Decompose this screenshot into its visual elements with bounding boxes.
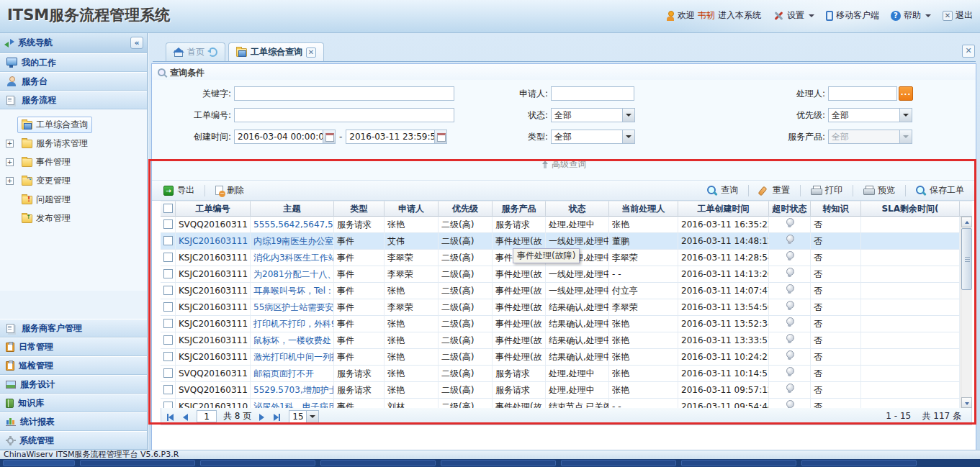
- row-checkbox[interactable]: [163, 385, 173, 394]
- subject-link[interactable]: 为2081分配二十八、: [251, 266, 334, 283]
- column-header-2[interactable]: 类型: [334, 201, 385, 217]
- tab-order-query[interactable]: 工单综合查询 ✕: [228, 42, 324, 61]
- sidebar-item-bottom-2[interactable]: 巡检管理: [0, 356, 147, 375]
- scroll-down-button[interactable]: [961, 397, 972, 408]
- taskbar-button[interactable]: [681, 460, 796, 466]
- row-checkbox[interactable]: [163, 286, 173, 295]
- column-header-3[interactable]: 申请人: [385, 201, 439, 217]
- taskbar-button[interactable]: [801, 460, 917, 466]
- grid-row[interactable]: KSJC201603111鼠标坏，一楼收费处事件张艳二级(高)事件处理(故结果确…: [161, 332, 960, 349]
- grid-row[interactable]: SVQQ201603115555,5642,5647,56服务请求张艳二级(高)…: [161, 217, 960, 233]
- row-checkbox[interactable]: [163, 402, 173, 408]
- delete-button[interactable]: 删除: [210, 182, 250, 199]
- chevron-down-icon[interactable]: [622, 109, 634, 122]
- reset-button[interactable]: 重置: [753, 182, 796, 199]
- taskbar-button[interactable]: [561, 460, 676, 466]
- sidebar-tree-item-2[interactable]: +事件管理: [0, 153, 147, 171]
- expand-icon[interactable]: +: [6, 140, 14, 148]
- row-checkbox[interactable]: [163, 368, 173, 378]
- chevron-down-icon[interactable]: [899, 109, 912, 122]
- settings-menu-button[interactable]: 设置: [773, 9, 814, 22]
- save-order-button[interactable]: 保存工单: [910, 182, 970, 199]
- taskbar-start[interactable]: [3, 460, 75, 466]
- row-checkbox[interactable]: [163, 253, 173, 262]
- column-header-1[interactable]: 主题: [251, 201, 334, 217]
- sidebar-tree-item-5[interactable]: 发布管理: [0, 209, 147, 227]
- select-all-checkbox[interactable]: [163, 204, 173, 213]
- subject-link[interactable]: 5555,5642,5647,56: [251, 217, 334, 233]
- subject-link[interactable]: 邮箱页面打不开: [251, 366, 334, 382]
- row-checkbox[interactable]: [163, 352, 173, 361]
- grid-row[interactable]: SVQQ201603115529.5703,增加护士服务请求张艳二级(高)服务请…: [161, 382, 960, 399]
- row-checkbox[interactable]: [163, 319, 173, 328]
- subject-link[interactable]: 5529.5703,增加护士: [251, 382, 334, 399]
- column-header-7[interactable]: 当前处理人: [609, 201, 678, 217]
- column-header-5[interactable]: 服务产品: [493, 201, 546, 217]
- sidebar-tree-item-3[interactable]: +变更管理: [0, 171, 147, 190]
- sidebar-item-bottom-4[interactable]: 知识库: [0, 394, 147, 412]
- sidebar-item-top-1[interactable]: 服务台: [0, 72, 147, 91]
- handler-picker-button[interactable]: ...: [899, 86, 913, 101]
- next-page-button[interactable]: [255, 411, 268, 422]
- sidebar-item-top-0[interactable]: 我的工作: [0, 53, 147, 72]
- grid-row[interactable]: KSJC20160311155病区护士站需要安装事件李翠荣二级(高)事件处理(故…: [161, 299, 960, 316]
- taskbar-button[interactable]: [320, 460, 436, 466]
- expand-icon[interactable]: +: [6, 177, 14, 185]
- row-checkbox[interactable]: [163, 335, 173, 345]
- created-from-field[interactable]: 2016-03-04 00:00:00: [234, 130, 336, 144]
- tab-home[interactable]: 首页: [166, 42, 225, 61]
- subject-link[interactable]: 内综19南医生办公室: [251, 233, 334, 250]
- sidebar-tree-item-0[interactable]: 工单综合查询: [0, 115, 147, 134]
- subject-link[interactable]: 耳鼻喉叫号坏，Tel：: [251, 283, 334, 299]
- column-header-11[interactable]: SLA剩余时间(: [861, 201, 960, 217]
- taskbar-button[interactable]: [441, 460, 556, 466]
- handler-input[interactable]: [828, 86, 897, 101]
- scrollbar-thumb[interactable]: [961, 228, 972, 290]
- order-no-input[interactable]: [234, 108, 454, 122]
- panel-close-button[interactable]: ✕: [962, 45, 975, 58]
- taskbar-button[interactable]: [200, 460, 315, 466]
- taskbar-button[interactable]: [80, 460, 195, 466]
- calendar-icon[interactable]: [434, 130, 446, 143]
- sidebar-item-bottom-1[interactable]: 日常管理: [0, 337, 147, 356]
- chevron-down-icon[interactable]: [306, 411, 318, 422]
- advanced-query-link[interactable]: 高级查询: [541, 158, 586, 171]
- calendar-icon[interactable]: [323, 130, 335, 143]
- scroll-up-button[interactable]: [961, 217, 972, 227]
- row-checkbox[interactable]: [163, 269, 173, 278]
- applicant-input[interactable]: [551, 86, 634, 101]
- last-page-button[interactable]: [269, 411, 282, 422]
- page-size-select[interactable]: 15: [289, 410, 319, 423]
- column-header-0[interactable]: 工单编号: [176, 201, 251, 217]
- search-button[interactable]: 查询: [701, 182, 744, 199]
- column-header-10[interactable]: 转知识: [811, 201, 861, 217]
- mobile-client-button[interactable]: 移动客户端: [826, 9, 879, 22]
- keyword-input[interactable]: [234, 86, 454, 101]
- type-select[interactable]: 全部: [551, 130, 635, 144]
- export-button[interactable]: 导出: [158, 182, 200, 199]
- grid-row[interactable]: KSJC201603111打印机不打印，外科9事件张艳二级(高)事件处理(故结果…: [161, 316, 960, 332]
- prev-page-button[interactable]: [179, 411, 192, 422]
- sidebar-item-bottom-0[interactable]: 服务商客户管理: [0, 319, 147, 337]
- logout-button[interactable]: ✕ 退出: [943, 9, 973, 22]
- grid-row[interactable]: KSJC201603111耳鼻喉叫号坏，Tel：事件张艳二级(高)事件处理(故一…: [161, 283, 960, 299]
- column-header-9[interactable]: 超时状态: [769, 201, 811, 217]
- grid-row[interactable]: SVQQ20160311邮箱页面打不开服务请求张艳二级(高)服务请求处理,处理中…: [161, 366, 960, 382]
- sidebar-tree-item-4[interactable]: 问题管理: [0, 190, 147, 209]
- priority-select[interactable]: 全部: [828, 108, 912, 122]
- print-button[interactable]: 打印: [805, 182, 848, 199]
- expand-icon[interactable]: +: [6, 158, 14, 166]
- sidebar-collapse-button[interactable]: «: [130, 37, 143, 49]
- sidebar-item-bottom-6[interactable]: 系统管理: [0, 431, 147, 450]
- help-menu-button[interactable]: ? 帮助: [891, 9, 931, 22]
- row-checkbox[interactable]: [163, 236, 173, 245]
- first-page-button[interactable]: [165, 411, 178, 422]
- refresh-icon[interactable]: [208, 47, 217, 57]
- subject-link[interactable]: 泌尿外1科，电子病历: [251, 399, 334, 408]
- row-checkbox[interactable]: [163, 302, 173, 312]
- row-checkbox[interactable]: [163, 219, 173, 229]
- grid-row[interactable]: KSJC201603111为2081分配二十八、事件李翠荣二级(高)事件处理(故…: [161, 266, 960, 283]
- column-header-8[interactable]: 工单创建时间: [678, 201, 769, 217]
- created-to-field[interactable]: 2016-03-11 23:59:59: [346, 130, 447, 144]
- preview-button[interactable]: 预览: [858, 182, 901, 199]
